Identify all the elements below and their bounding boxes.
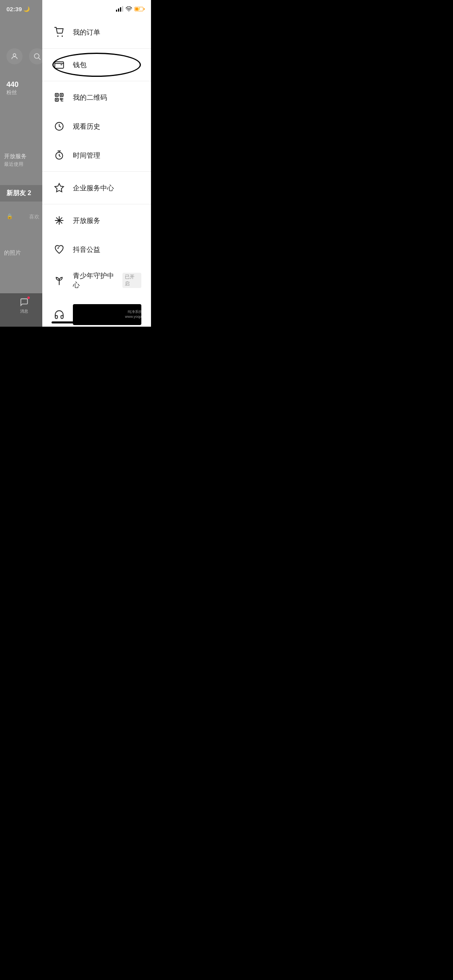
bg-recently-used: 最近使用: [4, 161, 23, 168]
time-label: 时间管理: [73, 151, 100, 160]
divider-1: [42, 48, 151, 49]
menu-item-wallet[interactable]: 钱包: [42, 50, 151, 79]
qrcode-label: 我的二维码: [73, 93, 107, 102]
divider-3: [42, 171, 151, 172]
cart-icon: [52, 25, 66, 39]
bg-fans-count: 440: [6, 80, 19, 89]
signal-bar-4: [122, 6, 123, 12]
bg-lock-icon1: 🔒: [6, 213, 13, 220]
enterprise-icon: [52, 181, 66, 195]
menu-item-qrcode[interactable]: 我的二维码: [42, 83, 151, 112]
signal-bar-3: [120, 7, 121, 12]
moon-icon: 🌙: [23, 6, 30, 12]
bg-like-label: 喜欢: [29, 213, 39, 220]
wallet-label: 钱包: [73, 60, 87, 70]
asterisk-icon: [52, 213, 66, 228]
svg-rect-10: [55, 62, 64, 68]
sprout-icon: [52, 273, 66, 288]
bg-fans-label: 粉丝: [6, 89, 19, 96]
history-label: 观看历史: [73, 122, 100, 131]
bg-nav-messages: 消息: [20, 298, 29, 314]
svg-point-9: [62, 35, 63, 37]
svg-line-2: [39, 58, 41, 60]
open-service-label: 开放服务: [73, 216, 100, 225]
heart-icon: [52, 242, 66, 257]
timer-icon: [52, 148, 66, 163]
signal-bar-2: [118, 8, 119, 12]
svg-marker-19: [55, 183, 64, 192]
battery-icon: ⚡: [134, 7, 145, 11]
divider-4: [42, 204, 151, 204]
divider-2: [42, 81, 151, 81]
bg-stats: 440 粉丝: [6, 80, 19, 104]
bg-nav-msg-label: 消息: [20, 309, 28, 314]
bg-open-service: 开放服务: [4, 153, 27, 160]
svg-point-0: [13, 54, 16, 56]
menu-item-history[interactable]: 观看历史: [42, 112, 151, 141]
clock-icon: [52, 119, 66, 134]
charity-label: 抖音公益: [73, 245, 100, 254]
wifi-icon: [126, 6, 132, 11]
menu-item-open[interactable]: 开放服务: [42, 206, 151, 235]
svg-point-8: [57, 35, 58, 37]
svg-rect-16: [56, 99, 57, 100]
status-time: 02:39: [6, 6, 22, 12]
enterprise-label: 企业服务中心: [73, 183, 114, 193]
menu-item-orders[interactable]: 我的订单: [42, 18, 151, 47]
svg-point-1: [34, 54, 39, 58]
home-indicator: [52, 321, 100, 323]
orders-label: 我的订单: [73, 28, 100, 37]
svg-point-7: [128, 10, 129, 11]
status-bar-left: 02:39 🌙: [0, 0, 97, 18]
menu-item-time[interactable]: 时间管理: [42, 141, 151, 170]
svg-rect-15: [61, 94, 62, 95]
watermark: 纯净系统之家www.yoqp.com: [125, 309, 149, 319]
youth-badge: 已开启: [122, 273, 141, 288]
menu-item-charity[interactable]: 抖音公益: [42, 235, 151, 264]
bg-profile-icon: [6, 48, 23, 64]
menu-item-enterprise[interactable]: 企业服务中心: [42, 173, 151, 202]
svg-rect-14: [56, 94, 57, 95]
youth-label: 青少年守护中心: [73, 271, 119, 290]
signal-bars-icon: [116, 6, 123, 12]
bg-photo-label: 的照片: [4, 249, 21, 257]
menu-drawer: 我的订单 钱包: [42, 0, 151, 327]
signal-bar-1: [116, 10, 117, 12]
qrcode-icon: [52, 90, 66, 105]
menu-item-youth[interactable]: 青少年守护中心 已开启: [42, 264, 151, 297]
headset-icon: [52, 307, 66, 322]
wallet-icon: [52, 58, 66, 72]
